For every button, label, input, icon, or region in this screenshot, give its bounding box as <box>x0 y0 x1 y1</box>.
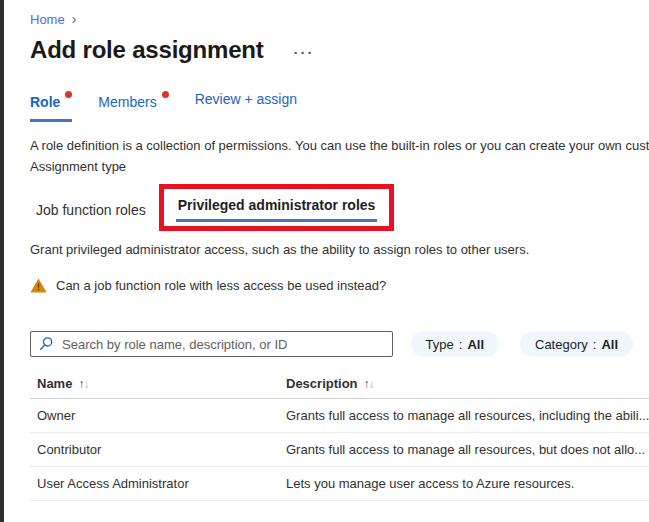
role-description: Grants full access to manage all resourc… <box>286 442 649 457</box>
tab-role-alert-dot <box>65 91 72 98</box>
role-description: Grants full access to manage all resourc… <box>286 408 649 423</box>
roles-table-header: Name↑↓ Description↑↓ <box>30 369 649 399</box>
search-input[interactable] <box>30 331 393 357</box>
filter-type-value: All <box>467 337 484 352</box>
tab-review-assign[interactable]: Review + assign <box>195 91 297 122</box>
role-description: Lets you manage user access to Azure res… <box>286 476 649 491</box>
column-header-description[interactable]: Description↑↓ <box>286 376 649 391</box>
privileged-access-description: Grant privileged administrator access, s… <box>30 242 649 257</box>
tab-members-label: Members <box>98 94 156 110</box>
filter-type[interactable]: Type : All <box>411 331 499 357</box>
add-role-assignment-pane: Home › Add role assignment ··· Role Memb… <box>30 0 649 501</box>
name-column-label: Name <box>37 376 72 391</box>
tab-members[interactable]: Members <box>98 91 168 122</box>
sort-arrows-icon: ↑↓ <box>364 377 374 391</box>
roles-table: Name↑↓ Description↑↓ Owner Grants full a… <box>30 369 649 501</box>
description-column-label: Description <box>286 376 358 391</box>
tab-role[interactable]: Role <box>30 91 72 122</box>
title-row: Add role assignment ··· <box>30 36 649 64</box>
search-filter-row: Type : All Category : All <box>30 331 649 357</box>
breadcrumb-home-link[interactable]: Home <box>30 12 65 27</box>
tab-privileged-administrator-roles[interactable]: Privileged administrator roles <box>176 197 378 222</box>
screen-left-edge <box>0 0 4 522</box>
red-annotation-box: Privileged administrator roles <box>159 184 395 231</box>
assignment-type-label: Assignment type <box>30 156 649 177</box>
filter-category-label: Category <box>535 337 588 352</box>
filter-type-separator: : <box>459 337 463 352</box>
page-title: Add role assignment <box>30 36 264 64</box>
role-name: User Access Administrator <box>30 476 286 491</box>
warning-message: Can a job function role with less access… <box>30 278 649 293</box>
tab-review-assign-label: Review + assign <box>195 91 297 107</box>
role-intro-text: A role definition is a collection of per… <box>30 135 649 177</box>
column-header-name[interactable]: Name↑↓ <box>30 376 286 391</box>
breadcrumb: Home › <box>30 12 649 27</box>
filter-type-label: Type <box>426 337 454 352</box>
wizard-tabs: Role Members Review + assign <box>30 91 649 122</box>
warning-triangle-icon <box>30 278 47 293</box>
assignment-type-tabs: Job function roles Privileged administra… <box>30 184 649 231</box>
search-icon <box>39 336 54 351</box>
tab-role-label: Role <box>30 94 60 110</box>
role-definition-text: A role definition is a collection of per… <box>30 135 649 156</box>
tab-job-function-roles[interactable]: Job function roles <box>36 202 146 218</box>
table-row-user-access-administrator[interactable]: User Access Administrator Lets you manag… <box>30 467 649 501</box>
table-row-owner[interactable]: Owner Grants full access to manage all r… <box>30 399 649 433</box>
tab-members-alert-dot <box>162 91 169 98</box>
breadcrumb-chevron-icon: › <box>72 12 77 26</box>
role-name: Contributor <box>30 442 286 457</box>
filter-category-value: All <box>601 337 618 352</box>
filter-pills: Type : All Category : All <box>411 331 633 357</box>
more-options-icon[interactable]: ··· <box>294 44 315 61</box>
filter-category[interactable]: Category : All <box>520 331 633 357</box>
role-name: Owner <box>30 408 286 423</box>
sort-arrows-icon: ↑↓ <box>78 377 88 391</box>
search-box <box>30 331 393 357</box>
warning-text: Can a job function role with less access… <box>56 278 386 293</box>
filter-category-separator: : <box>593 337 597 352</box>
table-row-contributor[interactable]: Contributor Grants full access to manage… <box>30 433 649 467</box>
